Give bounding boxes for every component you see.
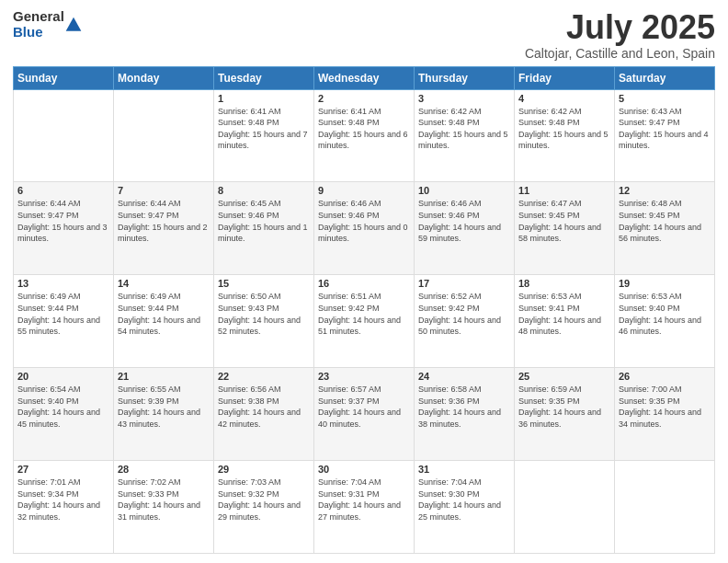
cell-info: Sunrise: 6:55 AMSunset: 9:39 PMDaylight:… [118,384,210,430]
table-cell: 9Sunrise: 6:46 AMSunset: 9:46 PMDaylight… [314,182,415,275]
cell-info: Sunrise: 6:44 AMSunset: 9:47 PMDaylight:… [17,198,109,244]
cell-info: Sunrise: 6:41 AMSunset: 9:48 PMDaylight:… [218,106,310,152]
logo-blue: Blue [13,25,64,40]
day-number: 25 [518,371,610,382]
cell-info: Sunrise: 6:49 AMSunset: 9:44 PMDaylight:… [118,291,210,337]
cell-info: Sunrise: 7:04 AMSunset: 9:30 PMDaylight:… [418,477,510,523]
table-cell: 7Sunrise: 6:44 AMSunset: 9:47 PMDaylight… [114,182,214,275]
table-cell: 24Sunrise: 6:58 AMSunset: 9:36 PMDayligh… [415,368,515,461]
day-number: 26 [619,371,711,382]
day-number: 4 [518,93,610,104]
table-cell: 2Sunrise: 6:41 AMSunset: 9:48 PMDaylight… [314,89,415,182]
calendar-header-row: Sunday Monday Tuesday Wednesday Thursday… [14,66,715,89]
subtitle: Caltojar, Castille and Leon, Spain [525,46,715,61]
table-cell: 13Sunrise: 6:49 AMSunset: 9:44 PMDayligh… [14,275,114,368]
table-cell: 21Sunrise: 6:55 AMSunset: 9:39 PMDayligh… [114,368,214,461]
cell-info: Sunrise: 7:00 AMSunset: 9:35 PMDaylight:… [619,384,711,430]
cell-info: Sunrise: 7:04 AMSunset: 9:31 PMDaylight:… [318,477,410,523]
day-number: 5 [619,93,711,104]
day-number: 20 [17,371,109,382]
day-number: 6 [17,185,109,196]
cell-info: Sunrise: 7:03 AMSunset: 9:32 PMDaylight:… [218,477,310,523]
day-number: 18 [518,278,610,289]
cell-info: Sunrise: 6:58 AMSunset: 9:36 PMDaylight:… [418,384,510,430]
day-number: 16 [318,278,410,289]
table-cell: 18Sunrise: 6:53 AMSunset: 9:41 PMDayligh… [515,275,615,368]
cell-info: Sunrise: 6:44 AMSunset: 9:47 PMDaylight:… [118,198,210,244]
table-cell: 28Sunrise: 7:02 AMSunset: 9:33 PMDayligh… [114,461,214,554]
cell-info: Sunrise: 7:01 AMSunset: 9:34 PMDaylight:… [17,477,109,523]
day-number: 3 [418,93,510,104]
cell-info: Sunrise: 6:57 AMSunset: 9:37 PMDaylight:… [318,384,410,430]
header: General Blue July 2025 Caltojar, Castill… [13,9,715,61]
table-cell: 15Sunrise: 6:50 AMSunset: 9:43 PMDayligh… [214,275,314,368]
week-row-0: 1Sunrise: 6:41 AMSunset: 9:48 PMDaylight… [14,89,715,182]
day-number: 10 [418,185,510,196]
cell-info: Sunrise: 6:52 AMSunset: 9:42 PMDaylight:… [418,291,510,337]
cell-info: Sunrise: 6:47 AMSunset: 9:45 PMDaylight:… [518,198,610,244]
calendar-table: Sunday Monday Tuesday Wednesday Thursday… [13,66,715,554]
day-number: 15 [218,278,310,289]
cell-info: Sunrise: 6:59 AMSunset: 9:35 PMDaylight:… [518,384,610,430]
logo-general: General [13,9,64,25]
day-number: 21 [118,371,210,382]
day-number: 14 [118,278,210,289]
logo: General Blue [13,9,83,40]
table-cell: 31Sunrise: 7:04 AMSunset: 9:30 PMDayligh… [415,461,515,554]
day-number: 22 [218,371,310,382]
logo-icon [64,16,83,34]
col-friday: Friday [515,66,615,89]
day-number: 9 [318,185,410,196]
table-cell: 26Sunrise: 7:00 AMSunset: 9:35 PMDayligh… [615,368,715,461]
table-cell: 19Sunrise: 6:53 AMSunset: 9:40 PMDayligh… [615,275,715,368]
cell-info: Sunrise: 6:56 AMSunset: 9:38 PMDaylight:… [218,384,310,430]
day-number: 28 [118,464,210,475]
cell-info: Sunrise: 6:50 AMSunset: 9:43 PMDaylight:… [218,291,310,337]
col-wednesday: Wednesday [314,66,415,89]
day-number: 7 [118,185,210,196]
day-number: 2 [318,93,410,104]
cell-info: Sunrise: 6:46 AMSunset: 9:46 PMDaylight:… [418,198,510,244]
table-cell: 27Sunrise: 7:01 AMSunset: 9:34 PMDayligh… [14,461,114,554]
table-cell: 3Sunrise: 6:42 AMSunset: 9:48 PMDaylight… [415,89,515,182]
table-cell: 23Sunrise: 6:57 AMSunset: 9:37 PMDayligh… [314,368,415,461]
table-cell: 8Sunrise: 6:45 AMSunset: 9:46 PMDaylight… [214,182,314,275]
day-number: 1 [218,93,310,104]
day-number: 24 [418,371,510,382]
cell-info: Sunrise: 6:49 AMSunset: 9:44 PMDaylight:… [17,291,109,337]
table-cell: 11Sunrise: 6:47 AMSunset: 9:45 PMDayligh… [515,182,615,275]
day-number: 30 [318,464,410,475]
cell-info: Sunrise: 6:46 AMSunset: 9:46 PMDaylight:… [318,198,410,244]
table-cell: 12Sunrise: 6:48 AMSunset: 9:45 PMDayligh… [615,182,715,275]
week-row-2: 13Sunrise: 6:49 AMSunset: 9:44 PMDayligh… [14,275,715,368]
table-cell: 22Sunrise: 6:56 AMSunset: 9:38 PMDayligh… [214,368,314,461]
col-thursday: Thursday [415,66,515,89]
week-row-4: 27Sunrise: 7:01 AMSunset: 9:34 PMDayligh… [14,461,715,554]
col-monday: Monday [114,66,214,89]
table-cell: 29Sunrise: 7:03 AMSunset: 9:32 PMDayligh… [214,461,314,554]
col-sunday: Sunday [14,66,114,89]
cell-info: Sunrise: 6:53 AMSunset: 9:41 PMDaylight:… [518,291,610,337]
day-number: 31 [418,464,510,475]
week-row-3: 20Sunrise: 6:54 AMSunset: 9:40 PMDayligh… [14,368,715,461]
svg-marker-0 [66,17,82,30]
table-cell: 16Sunrise: 6:51 AMSunset: 9:42 PMDayligh… [314,275,415,368]
day-number: 13 [17,278,109,289]
main-title: July 2025 [525,9,715,46]
table-cell: 17Sunrise: 6:52 AMSunset: 9:42 PMDayligh… [415,275,515,368]
col-saturday: Saturday [615,66,715,89]
cell-info: Sunrise: 6:53 AMSunset: 9:40 PMDaylight:… [619,291,711,337]
table-cell: 5Sunrise: 6:43 AMSunset: 9:47 PMDaylight… [615,89,715,182]
table-cell: 6Sunrise: 6:44 AMSunset: 9:47 PMDaylight… [14,182,114,275]
table-cell: 14Sunrise: 6:49 AMSunset: 9:44 PMDayligh… [114,275,214,368]
table-cell: 30Sunrise: 7:04 AMSunset: 9:31 PMDayligh… [314,461,415,554]
cell-info: Sunrise: 6:48 AMSunset: 9:45 PMDaylight:… [619,198,711,244]
day-number: 12 [619,185,711,196]
table-cell: 4Sunrise: 6:42 AMSunset: 9:48 PMDaylight… [515,89,615,182]
cell-info: Sunrise: 7:02 AMSunset: 9:33 PMDaylight:… [118,477,210,523]
table-cell [14,89,114,182]
table-cell [515,461,615,554]
week-row-1: 6Sunrise: 6:44 AMSunset: 9:47 PMDaylight… [14,182,715,275]
cell-info: Sunrise: 6:42 AMSunset: 9:48 PMDaylight:… [418,106,510,152]
day-number: 29 [218,464,310,475]
